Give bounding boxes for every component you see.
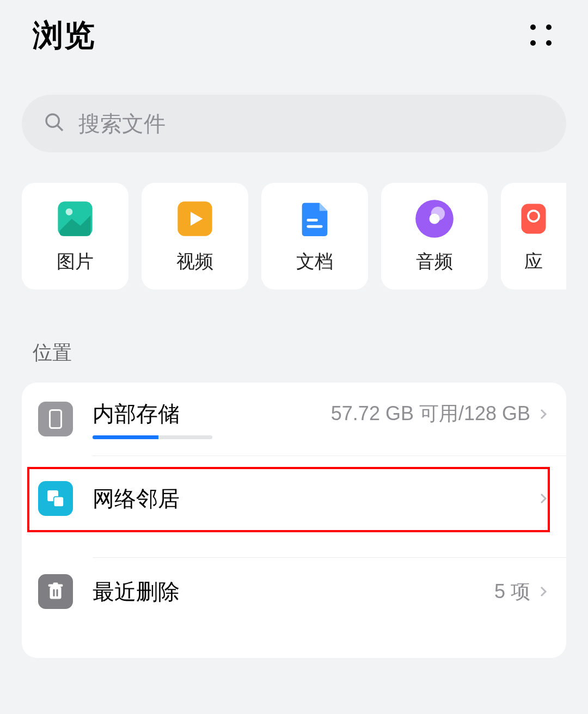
location-subtitle: 5 项 (494, 578, 550, 605)
svg-rect-15 (50, 587, 62, 599)
audio-icon (414, 198, 455, 239)
location-trash[interactable]: 最近删除 5 项 (22, 558, 566, 625)
storage-progress (93, 435, 212, 439)
category-audio[interactable]: 音频 (381, 183, 488, 290)
svg-point-9 (430, 214, 440, 224)
header: 浏览 (0, 0, 588, 73)
svg-point-0 (46, 114, 59, 127)
search-placeholder: 搜索文件 (78, 109, 166, 139)
app-icon (513, 198, 554, 239)
svg-point-3 (66, 208, 73, 216)
category-label: 文档 (296, 249, 333, 274)
svg-rect-5 (307, 219, 317, 221)
chevron-right-icon (530, 487, 550, 510)
svg-rect-18 (53, 589, 55, 597)
document-icon (294, 198, 335, 239)
category-label: 图片 (57, 249, 94, 274)
svg-rect-12 (50, 410, 62, 428)
video-icon (174, 198, 216, 239)
storage-progress-fill (93, 435, 158, 439)
category-apps[interactable]: 应 (501, 183, 566, 290)
category-images[interactable]: 图片 (22, 183, 128, 290)
network-icon (38, 481, 73, 516)
image-icon (54, 198, 96, 239)
location-title: 最近删除 (93, 577, 180, 607)
chevron-right-icon (530, 403, 550, 426)
category-docs[interactable]: 文档 (261, 183, 368, 290)
svg-rect-17 (53, 583, 58, 586)
svg-rect-14 (54, 497, 64, 507)
search-icon (44, 112, 65, 136)
location-internal-storage[interactable]: 内部存储 57.72 GB 可用/128 GB (22, 383, 566, 456)
chevron-right-icon (530, 580, 550, 603)
phone-icon (38, 402, 73, 436)
category-videos[interactable]: 视频 (142, 183, 248, 290)
svg-rect-10 (522, 204, 546, 234)
category-row: 图片 视频 文档 音频 (0, 152, 588, 290)
location-list: 内部存储 57.72 GB 可用/128 GB 网络邻 (22, 383, 566, 658)
location-subtitle: 57.72 GB 可用/128 GB (331, 401, 550, 427)
category-label: 音频 (416, 249, 453, 274)
location-subtitle (530, 487, 550, 510)
svg-rect-19 (57, 589, 58, 597)
trash-icon (38, 574, 73, 609)
category-label: 应 (524, 249, 543, 274)
location-title: 网络邻居 (93, 484, 180, 514)
svg-line-1 (57, 125, 63, 131)
search-input[interactable]: 搜索文件 (22, 95, 566, 152)
location-network[interactable]: 网络邻居 (22, 456, 566, 541)
svg-rect-6 (307, 225, 322, 228)
page-title: 浏览 (33, 15, 96, 57)
location-title: 内部存储 (93, 399, 180, 429)
locations-header: 位置 (33, 340, 588, 366)
category-label: 视频 (176, 249, 213, 274)
more-menu-icon[interactable] (528, 22, 555, 50)
